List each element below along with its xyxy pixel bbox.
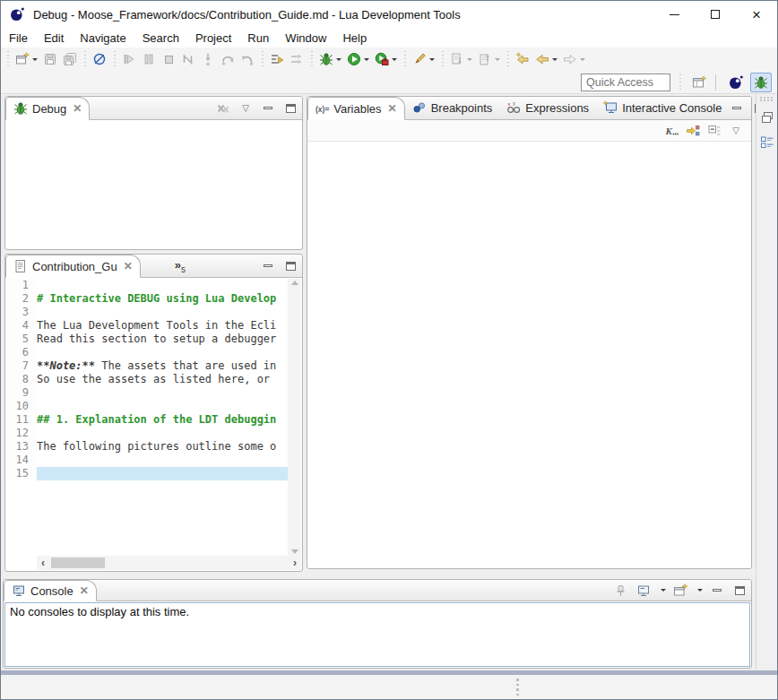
last-edit-location-button[interactable] — [513, 49, 532, 69]
editor-line[interactable]: 7**Note:** The assets that are used in — [6, 359, 288, 373]
chevron-down-icon[interactable] — [495, 58, 500, 61]
open-console-button[interactable] — [672, 583, 688, 599]
forward-button[interactable] — [560, 49, 588, 69]
chevron-down-icon[interactable] — [580, 58, 585, 61]
editor-line[interactable]: 1 — [6, 279, 288, 292]
step-into-button[interactable] — [198, 49, 218, 69]
scroll-down-icon[interactable] — [291, 549, 298, 554]
chevron-down-icon[interactable] — [429, 58, 435, 61]
editor-line[interactable]: 12 — [6, 427, 288, 440]
debug-maximize-button[interactable] — [282, 100, 298, 117]
save-button[interactable] — [40, 49, 60, 69]
tab-expressions[interactable]: xyExpressions — [499, 96, 596, 119]
menu-navigate[interactable]: Navigate — [72, 30, 134, 47]
disconnect-button[interactable] — [178, 49, 198, 69]
close-icon[interactable]: ✕ — [388, 102, 397, 115]
step-return-button[interactable] — [238, 49, 257, 69]
previous-annotation-button[interactable] — [475, 49, 503, 69]
step-over-button[interactable] — [218, 49, 238, 69]
chevron-down-icon[interactable] — [364, 58, 369, 61]
variables-view-menu-button[interactable]: ▽ — [728, 123, 744, 139]
tab-breakpoints[interactable]: Breakpoints — [405, 96, 500, 119]
menu-edit[interactable]: Edit — [36, 30, 72, 47]
more-editors-chevron[interactable]: »5 — [175, 258, 186, 274]
tab-contribution-guide[interactable]: Contribution_Gu ✕ — [5, 255, 141, 278]
menu-run[interactable]: Run — [239, 30, 277, 47]
display-console-button[interactable] — [635, 583, 652, 599]
window-maximize-button[interactable] — [695, 1, 736, 28]
editor-line[interactable]: 10 — [6, 400, 288, 413]
scroll-left-icon[interactable]: ‹ — [37, 556, 49, 570]
editor-line[interactable]: 8So use the assets as listed here, or — [6, 373, 288, 386]
show-type-names-button[interactable]: K — [663, 123, 679, 139]
scrollbar-thumb[interactable] — [51, 557, 105, 568]
tab-variables[interactable]: (x)=Variables✕ — [307, 97, 405, 120]
editor-text[interactable]: 12# Interactive DEBUG using Lua Develop3… — [6, 279, 288, 556]
editor-line[interactable]: 4The Lua Development Tools in the Ecli — [6, 319, 288, 333]
menu-search[interactable]: Search — [134, 30, 187, 47]
menu-window[interactable]: Window — [277, 30, 334, 47]
editor-line[interactable]: 2# Interactive DEBUG using Lua Develop — [6, 292, 288, 306]
debug-minimize-button[interactable] — [260, 100, 276, 117]
back-button[interactable] — [532, 49, 560, 69]
editor-line[interactable]: 15 — [6, 467, 288, 480]
chevron-down-icon[interactable] — [32, 58, 38, 61]
chevron-down-icon[interactable] — [552, 58, 558, 61]
scroll-up-icon[interactable] — [291, 281, 298, 285]
close-icon[interactable]: ✕ — [73, 102, 82, 115]
next-annotation-button[interactable] — [447, 49, 475, 69]
resume-button[interactable] — [119, 49, 139, 69]
perspective-debug-button[interactable] — [750, 73, 772, 92]
variables-minimize-button[interactable] — [729, 100, 745, 117]
chevron-down-icon[interactable] — [392, 58, 397, 61]
debug-view-menu-button[interactable]: ▽ — [238, 100, 254, 117]
editor-line[interactable]: 9 — [6, 386, 288, 400]
scroll-right-icon[interactable]: › — [289, 556, 301, 570]
new-wizard-button[interactable] — [13, 49, 40, 69]
suspend-button[interactable] — [139, 49, 159, 69]
tab-interactive-console[interactable]: Interactive Console — [596, 96, 729, 119]
debug-button[interactable] — [316, 49, 344, 69]
menu-file[interactable]: File — [1, 30, 36, 47]
console-maximize-button[interactable] — [731, 583, 748, 599]
chevron-down-icon[interactable] — [661, 589, 666, 592]
show-execution-button[interactable] — [287, 49, 307, 69]
chevron-down-icon[interactable] — [697, 589, 703, 592]
editor-minimize-button[interactable] — [260, 258, 276, 274]
editor-line[interactable]: 11## 1. Explanation of the LDT debuggin — [6, 413, 288, 427]
quick-access-input[interactable] — [581, 73, 670, 91]
save-all-button[interactable] — [60, 49, 80, 69]
use-step-filters-button[interactable] — [267, 49, 287, 69]
close-icon[interactable]: ✕ — [80, 584, 89, 597]
tab-console[interactable]: Console ✕ — [4, 580, 97, 601]
close-icon[interactable]: ✕ — [124, 260, 133, 272]
editor-line[interactable]: 6 — [6, 346, 288, 359]
remove-terminated-button[interactable] — [215, 100, 231, 117]
external-tools-button[interactable] — [372, 49, 400, 69]
tab-debug[interactable]: Debug ✕ — [5, 97, 90, 120]
open-perspective-button[interactable] — [688, 73, 710, 92]
menu-project[interactable]: Project — [187, 30, 239, 47]
menu-help[interactable]: Help — [334, 30, 375, 47]
status-drag-handle[interactable] — [516, 678, 519, 696]
editor-maximize-button[interactable] — [282, 258, 298, 274]
chevron-down-icon[interactable] — [336, 58, 341, 61]
chevron-down-icon[interactable] — [467, 58, 472, 61]
window-close-button[interactable]: × — [736, 1, 777, 28]
perspective-lua-button[interactable] — [725, 73, 747, 92]
show-logical-structure-button[interactable] — [685, 123, 701, 139]
terminate-button[interactable] — [159, 49, 178, 69]
pen-button[interactable] — [410, 49, 437, 69]
editor-line[interactable]: 13The following pictures outline some o — [6, 440, 288, 454]
console-minimize-button[interactable] — [709, 583, 725, 599]
collapse-all-button[interactable] — [706, 123, 722, 139]
editor-horizontal-scrollbar[interactable]: ‹ › — [37, 556, 301, 570]
outline-view-button[interactable] — [758, 134, 776, 151]
skip-all-breakpoints-button[interactable] — [90, 49, 109, 69]
trim-drag-handle[interactable] — [760, 97, 774, 101]
pin-console-button[interactable] — [613, 583, 629, 599]
editor-line[interactable]: 5Read this section to setup a debugger — [6, 333, 288, 346]
run-button[interactable] — [344, 49, 372, 69]
window-minimize-button[interactable] — [653, 1, 695, 28]
restore-views-button[interactable] — [758, 108, 776, 126]
